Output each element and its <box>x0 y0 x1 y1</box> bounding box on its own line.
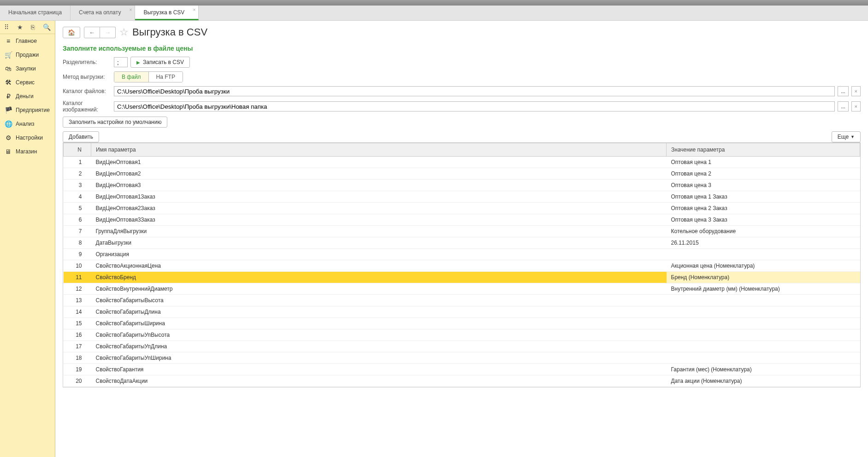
fill-defaults-button[interactable]: Заполнить настройки по умолчанию <box>63 117 167 128</box>
sidebar-item[interactable]: 🌐Анализ <box>0 117 55 131</box>
table-row[interactable]: 18СвойствоГабаритыУпШирина <box>64 352 860 364</box>
cell-name: СвойствоГабаритыДлина <box>91 306 667 318</box>
section-heading: Заполните используемые в файле цены <box>63 45 861 52</box>
to-ftp-option[interactable]: На FTP <box>149 72 183 82</box>
sidebar-item-label: Сервис <box>16 79 35 86</box>
more-label: Еще <box>838 134 849 140</box>
sidebar-item[interactable]: 🛠Сервис <box>0 76 55 89</box>
files-dir-clear-button[interactable]: × <box>851 86 861 96</box>
add-button[interactable]: Добавить <box>63 131 99 142</box>
parameters-table: N Имя параметра Значение параметра 1ВидЦ… <box>63 142 861 387</box>
images-dir-clear-button[interactable]: × <box>851 101 861 111</box>
cell-n: 19 <box>64 364 91 375</box>
sidebar-item-label: Анализ <box>16 121 35 127</box>
sidebar-item-icon: 🌐 <box>5 120 12 128</box>
star-icon[interactable]: ★ <box>17 23 23 31</box>
sidebar-item-label: Предприятие <box>16 107 50 113</box>
back-button[interactable]: ← <box>84 27 100 38</box>
home-button[interactable]: 🏠 <box>63 27 80 38</box>
document-tabs: Начальная страницаСчета на оплату×Выгруз… <box>0 6 868 21</box>
play-icon: ▶ <box>136 60 140 65</box>
apps-icon[interactable]: ⠿ <box>4 23 9 31</box>
sidebar-item-label: Настройки <box>16 135 43 141</box>
copy-icon[interactable]: ⎘ <box>31 23 35 31</box>
table-row[interactable]: 7ГруппаДляВыгрузкиКотельное оборудование <box>64 226 860 237</box>
cell-value <box>667 352 860 364</box>
cell-value: Оптовая цена 3 <box>667 180 860 191</box>
cell-name: ДатаВыгрузки <box>91 237 667 249</box>
cell-name: ВидЦенОптовая1 <box>91 157 667 168</box>
cell-n: 16 <box>64 329 91 341</box>
files-dir-input[interactable] <box>114 86 835 96</box>
cell-name: СвойствоВнутреннийДиаметр <box>91 283 667 295</box>
table-row[interactable]: 16СвойствоГабаритыУпВысота <box>64 329 860 341</box>
cell-value: Оптовая цена 3 Заказ <box>667 214 860 226</box>
sidebar-item[interactable]: 🛍Закупки <box>0 62 55 76</box>
cell-n: 17 <box>64 341 91 352</box>
col-header-value[interactable]: Значение параметра <box>667 143 860 157</box>
sidebar-item[interactable]: 🖥Магазин <box>0 145 55 158</box>
table-row[interactable]: 13СвойствоГабаритыВысота <box>64 295 860 306</box>
cell-n: 8 <box>64 237 91 249</box>
cell-n: 15 <box>64 318 91 329</box>
sidebar-item-label: Деньги <box>16 93 34 100</box>
window-titlebar <box>0 0 868 6</box>
sidebar-item-icon: 🖥 <box>5 148 12 155</box>
images-dir-input[interactable] <box>114 101 835 111</box>
table-row[interactable]: 1ВидЦенОптовая1Оптовая цена 1 <box>64 157 860 168</box>
sidebar-item-icon: ₽ <box>5 93 12 100</box>
table-row[interactable]: 3ВидЦенОптовая3Оптовая цена 3 <box>64 180 860 191</box>
table-row[interactable]: 10СвойствоАкционнаяЦенаАкционная цена (Н… <box>64 260 860 272</box>
favorite-star-icon[interactable]: ☆ <box>119 26 129 38</box>
col-header-name[interactable]: Имя параметра <box>91 143 667 157</box>
table-row[interactable]: 4ВидЦенОптовая1ЗаказОптовая цена 1 Заказ <box>64 191 860 203</box>
table-row[interactable]: 9Организация <box>64 249 860 260</box>
tab-close-icon[interactable]: × <box>130 7 132 12</box>
forward-button[interactable]: → <box>100 27 116 38</box>
table-row[interactable]: 12СвойствоВнутреннийДиаметрВнутренний ди… <box>64 283 860 295</box>
sidebar-item[interactable]: ≡Главное <box>0 34 55 48</box>
sidebar-item-label: Магазин <box>16 148 37 155</box>
table-row[interactable]: 17СвойствоГабаритыУпДлина <box>64 341 860 352</box>
tab-close-icon[interactable]: × <box>193 7 196 12</box>
table-row[interactable]: 11СвойствоБрендБренд (Номенклатура) <box>64 272 860 283</box>
cell-value: Оптовая цена 1 <box>667 157 860 168</box>
navigation-sidebar: ⠿ ★ ⎘ 🔍 ≡Главное🛒Продажи🛍Закупки🛠Сервис₽… <box>0 21 55 457</box>
cell-n: 4 <box>64 191 91 203</box>
more-button[interactable]: Еще ▼ <box>832 131 861 142</box>
document-tab[interactable]: Начальная страница <box>0 6 71 20</box>
files-dir-browse-button[interactable]: ... <box>838 86 848 96</box>
table-row[interactable]: 15СвойствоГабаритыШирина <box>64 318 860 329</box>
cell-name: ВидЦенОптовая2 <box>91 168 667 180</box>
table-row[interactable]: 19СвойствоГарантияГарантия (мес) (Номенк… <box>64 364 860 375</box>
separator-input[interactable] <box>114 57 128 67</box>
sidebar-item[interactable]: ₽Деньги <box>0 89 55 103</box>
cell-value <box>667 341 860 352</box>
document-tab[interactable]: Выгрузка в CSV× <box>135 6 199 20</box>
table-row[interactable]: 6ВидЦенОптовая3ЗаказОптовая цена 3 Заказ <box>64 214 860 226</box>
search-icon[interactable]: 🔍 <box>43 23 51 31</box>
cell-n: 3 <box>64 180 91 191</box>
cell-name: СвойствоГабаритыВысота <box>91 295 667 306</box>
document-tab[interactable]: Счета на оплату× <box>71 6 135 20</box>
to-file-option[interactable]: В файл <box>114 72 149 82</box>
write-csv-button[interactable]: ▶ Записать в CSV <box>130 57 190 68</box>
cell-n: 5 <box>64 203 91 214</box>
cell-n: 20 <box>64 375 91 387</box>
sidebar-item[interactable]: ⚙Настройки <box>0 131 55 145</box>
sidebar-item[interactable]: 🛒Продажи <box>0 48 55 62</box>
table-row[interactable]: 14СвойствоГабаритыДлина <box>64 306 860 318</box>
cell-value <box>667 329 860 341</box>
sidebar-item[interactable]: 🏴Предприятие <box>0 103 55 117</box>
table-row[interactable]: 8ДатаВыгрузки26.11.2015 <box>64 237 860 249</box>
cell-name: ВидЦенОптовая3 <box>91 180 667 191</box>
files-dir-label: Каталог файлов: <box>63 88 111 94</box>
table-row[interactable]: 2ВидЦенОптовая2Оптовая цена 2 <box>64 168 860 180</box>
images-dir-browse-button[interactable]: ... <box>838 101 848 111</box>
page-title: Выгрузка в CSV <box>132 26 207 38</box>
cell-n: 2 <box>64 168 91 180</box>
table-row[interactable]: 20СвойствоДатаАкцииДата акции (Номенклат… <box>64 375 860 387</box>
table-row[interactable]: 5ВидЦенОптовая2ЗаказОптовая цена 2 Заказ <box>64 203 860 214</box>
col-header-n[interactable]: N <box>64 143 91 157</box>
cell-name: ВидЦенОптовая1Заказ <box>91 191 667 203</box>
